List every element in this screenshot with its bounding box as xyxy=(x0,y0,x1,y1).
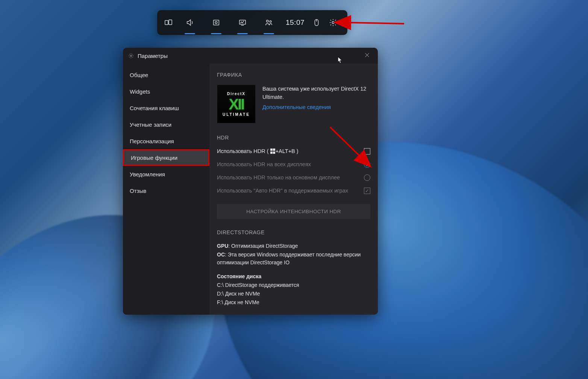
gamebar-capture-icon[interactable] xyxy=(203,10,229,35)
directstorage-info: GPU: Оптимизация DirectStorage ОС: Эта в… xyxy=(217,242,370,306)
sidebar-item-label: Сочетания клавиш xyxy=(130,105,179,111)
dx-badge-bot: ULTIMATE xyxy=(223,112,250,117)
svg-rect-2 xyxy=(214,20,219,25)
gamebar-widgets-icon[interactable] xyxy=(160,10,177,35)
hdr-use-label: Использовать HDR ( +ALT+B ) xyxy=(217,147,364,155)
svg-rect-1 xyxy=(169,20,172,25)
sidebar-item-gaming-features[interactable]: Игровые функции xyxy=(123,149,209,166)
svg-point-3 xyxy=(215,21,217,24)
svg-line-11 xyxy=(348,23,404,24)
sidebar-item-notifications[interactable]: Уведомления xyxy=(123,166,209,182)
close-button[interactable] xyxy=(362,50,373,62)
hdr-use-checkbox[interactable] xyxy=(364,148,370,155)
gamebar-settings-icon[interactable] xyxy=(325,10,341,35)
sidebar-item-label: Общее xyxy=(130,72,148,78)
sidebar-item-personalization[interactable]: Персонализация xyxy=(123,133,209,149)
sidebar-item-label: Персонализация xyxy=(130,138,174,144)
directstorage-section-title: DIRECTSTORAGE xyxy=(217,229,370,235)
svg-rect-0 xyxy=(165,21,168,25)
sidebar-item-label: Widgets xyxy=(130,88,150,95)
sidebar: Общее Widgets Сочетания клавиш Учетные з… xyxy=(123,64,209,315)
hdr-section-title: HDR xyxy=(217,135,370,141)
sidebar-item-label: Игровые функции xyxy=(131,155,177,161)
sidebar-item-general[interactable]: Общее xyxy=(123,67,209,83)
gamebar-mouse-icon[interactable] xyxy=(308,10,325,35)
gamebar-performance-icon[interactable] xyxy=(229,10,256,35)
svg-point-8 xyxy=(332,21,334,24)
hdr-auto-label: Использовать "Авто HDR" в поддерживаемых… xyxy=(217,187,364,195)
svg-point-9 xyxy=(130,55,132,56)
directx-badge: DirectX XII ULTIMATE xyxy=(217,85,256,123)
annotation-arrow-settings xyxy=(346,18,406,31)
gamebar-time: 15:07 xyxy=(282,10,308,35)
svg-point-6 xyxy=(270,21,271,23)
gamebar-xbox-social-icon[interactable] xyxy=(256,10,282,35)
sidebar-item-label: Учетные записи xyxy=(130,121,171,128)
dx-badge-mid: XII xyxy=(229,97,244,112)
sidebar-item-feedback[interactable]: Отзыв xyxy=(123,182,209,199)
close-icon xyxy=(364,52,370,58)
sidebar-item-accounts[interactable]: Учетные записи xyxy=(123,116,209,133)
hdr-main-display-radio[interactable] xyxy=(364,174,370,181)
directx-more-info-link[interactable]: Дополнительные сведения xyxy=(262,104,331,110)
content-pane: ГРАФИКА DirectX XII ULTIMATE Ваша систем… xyxy=(209,64,378,315)
sidebar-item-shortcuts[interactable]: Сочетания клавиш xyxy=(123,100,209,116)
gear-icon xyxy=(128,53,134,59)
gamebar-audio-icon[interactable] xyxy=(177,10,203,35)
settings-panel: Параметры Общее Widgets Сочетания клавиш… xyxy=(123,48,378,315)
sidebar-item-label: Уведомления xyxy=(130,171,165,177)
hdr-all-displays-label: Использовать HDR на всех дисплеях xyxy=(217,161,364,168)
hdr-intensity-button[interactable]: НАСТРОЙКА ИНТЕНСИВНОСТИ HDR xyxy=(217,204,370,219)
svg-rect-4 xyxy=(239,20,246,24)
hdr-all-displays-radio[interactable] xyxy=(364,161,370,168)
dx-badge-top: DirectX xyxy=(227,92,246,96)
sidebar-item-widgets[interactable]: Widgets xyxy=(123,83,209,100)
directx-status-text: Ваша система уже использует DirectX 12 U… xyxy=(262,85,370,102)
hdr-main-display-label: Использовать HDR только на основном дисп… xyxy=(217,174,364,182)
panel-title: Параметры xyxy=(138,53,168,59)
graphics-section-title: ГРАФИКА xyxy=(217,72,370,78)
hdr-auto-checkbox[interactable] xyxy=(364,188,370,194)
sidebar-item-label: Отзыв xyxy=(130,188,146,194)
cursor-icon xyxy=(338,56,343,64)
svg-point-5 xyxy=(267,20,269,23)
game-bar: 15:07 xyxy=(157,10,347,35)
windows-key-icon xyxy=(270,149,276,154)
